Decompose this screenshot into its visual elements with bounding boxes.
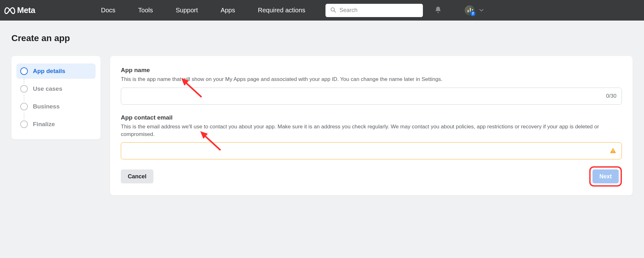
step-business[interactable]: Business <box>16 99 96 114</box>
app-name-input[interactable] <box>126 93 604 99</box>
meta-logo-text: Meta <box>17 5 35 15</box>
contact-email-desc: This is the email address we'll use to c… <box>121 123 622 138</box>
contact-email-block: App contact email This is the email addr… <box>121 114 622 160</box>
nav-required-actions[interactable]: Required actions <box>258 7 305 14</box>
next-button-highlight: Next <box>589 166 622 187</box>
svg-line-1 <box>334 10 336 12</box>
nav-apps[interactable]: Apps <box>221 7 235 14</box>
top-nav: Meta Docs Tools Support Apps Required ac… <box>0 0 644 21</box>
page-title: Create an app <box>11 33 633 43</box>
step-use-cases[interactable]: Use cases <box>16 81 96 96</box>
contact-email-input-shell <box>121 142 622 159</box>
notifications-button[interactable] <box>434 6 442 15</box>
step-app-details[interactable]: App details <box>16 64 96 79</box>
step-indicator-icon <box>20 85 28 93</box>
facebook-badge-icon: f <box>470 10 476 17</box>
next-button[interactable]: Next <box>592 169 619 183</box>
bell-icon <box>434 6 442 15</box>
step-label: Business <box>33 103 59 110</box>
app-name-label: App name <box>121 67 622 74</box>
step-finalize[interactable]: Finalize <box>16 117 96 132</box>
step-label: App details <box>33 68 65 75</box>
step-indicator-icon <box>20 103 28 110</box>
search-icon <box>330 7 336 14</box>
app-name-block: App name This is the app name that will … <box>121 67 622 105</box>
avatar: f <box>465 5 475 15</box>
svg-rect-2 <box>613 150 613 152</box>
app-details-form: App name This is the app name that will … <box>110 56 633 195</box>
chevron-down-icon <box>479 8 484 13</box>
step-indicator-icon <box>20 67 28 75</box>
app-name-counter: 0/30 <box>606 93 616 99</box>
contact-email-label: App contact email <box>121 114 622 121</box>
cancel-button[interactable]: Cancel <box>121 169 153 183</box>
svg-rect-3 <box>613 152 613 153</box>
app-name-input-shell: 0/30 <box>121 88 622 105</box>
account-menu[interactable]: f <box>465 5 484 15</box>
meta-logo-icon <box>4 7 15 14</box>
warning-icon <box>610 147 616 154</box>
search-input[interactable] <box>339 7 418 14</box>
app-name-desc: This is the app name that will show on y… <box>121 76 622 83</box>
form-actions: Cancel Next <box>121 166 622 187</box>
step-label: Finalize <box>33 121 55 128</box>
meta-logo[interactable]: Meta <box>4 5 35 15</box>
nav-support[interactable]: Support <box>176 7 198 14</box>
nav-links: Docs Tools Support Apps Required actions <box>101 7 305 14</box>
search-box[interactable] <box>325 4 423 17</box>
step-label: Use cases <box>33 85 62 92</box>
nav-tools[interactable]: Tools <box>138 7 153 14</box>
contact-email-input[interactable] <box>126 148 607 154</box>
step-indicator-icon <box>20 120 28 128</box>
nav-docs[interactable]: Docs <box>101 7 115 14</box>
steps-sidebar: App details Use cases Business Finalize <box>11 56 101 139</box>
